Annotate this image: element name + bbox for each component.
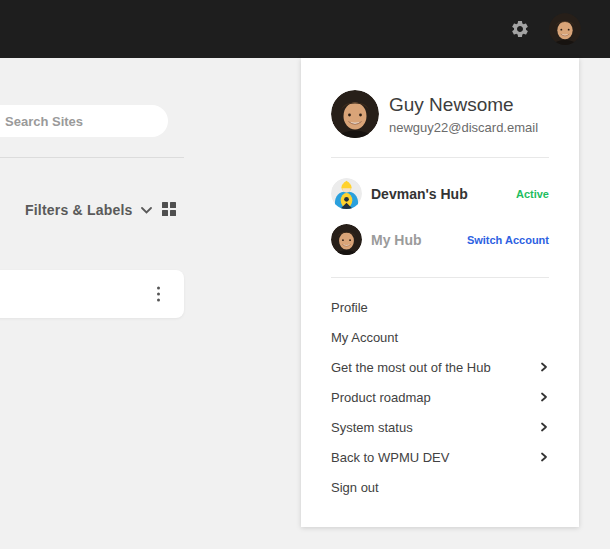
user-name: Guy Newsome <box>389 94 514 116</box>
menu-item-my-account[interactable]: My Account <box>301 322 579 352</box>
menu-item-get-the-most-out-of-the-hub[interactable]: Get the most out of the Hub <box>301 352 579 382</box>
account-row-devmans-hub[interactable]: Devman's Hub Active <box>301 178 579 209</box>
menu-item-profile[interactable]: Profile <box>301 292 579 322</box>
menu-item-label: My Account <box>331 330 398 345</box>
settings-gear-icon[interactable] <box>510 19 530 39</box>
user-email: newguy22@discard.email <box>389 120 538 135</box>
filters-labels-label: Filters & Labels <box>25 202 132 218</box>
menu-item-label: Sign out <box>331 480 379 495</box>
menu-item-label: System status <box>331 420 413 435</box>
profile-avatar <box>331 90 379 138</box>
menu-item-label: Profile <box>331 300 368 315</box>
menu-item-label: Back to WPMU DEV <box>331 450 449 465</box>
active-status-badge: Active <box>516 188 549 200</box>
chevron-right-icon <box>539 422 549 432</box>
panel-divider <box>331 277 549 278</box>
topbar-user-avatar[interactable] <box>549 13 581 45</box>
switch-account-link[interactable]: Switch Account <box>467 234 549 246</box>
search-sites-input[interactable] <box>0 105 168 137</box>
menu-item-system-status[interactable]: System status <box>301 412 579 442</box>
menu-item-label: Get the most out of the Hub <box>331 360 491 375</box>
menu-item-sign-out[interactable]: Sign out <box>301 472 579 502</box>
account-row-my-hub[interactable]: My Hub Switch Account <box>301 224 579 255</box>
menu-item-product-roadmap[interactable]: Product roadmap <box>301 382 579 412</box>
site-list-card <box>0 270 184 318</box>
account-dropdown-panel: Guy Newsome newguy22@discard.email Devma… <box>301 58 579 527</box>
menu-item-back-to-wpmu-dev[interactable]: Back to WPMU DEV <box>301 442 579 472</box>
my-hub-avatar <box>331 224 362 255</box>
account-name: Devman's Hub <box>371 186 468 202</box>
left-section-divider <box>0 157 184 158</box>
devman-hub-avatar <box>331 178 362 209</box>
filters-labels-dropdown[interactable]: Filters & Labels <box>25 200 152 220</box>
chevron-right-icon <box>539 452 549 462</box>
chevron-down-icon <box>141 207 152 214</box>
menu-item-label: Product roadmap <box>331 390 431 405</box>
panel-divider <box>331 157 549 158</box>
account-name: My Hub <box>371 232 422 248</box>
chevron-right-icon <box>539 392 549 402</box>
account-menu-list: Profile My Account Get the most out of t… <box>301 292 579 502</box>
chevron-right-icon <box>539 362 549 372</box>
top-navigation-bar <box>0 0 610 58</box>
kebab-menu-icon[interactable] <box>153 283 164 306</box>
grid-view-icon[interactable] <box>162 202 176 216</box>
